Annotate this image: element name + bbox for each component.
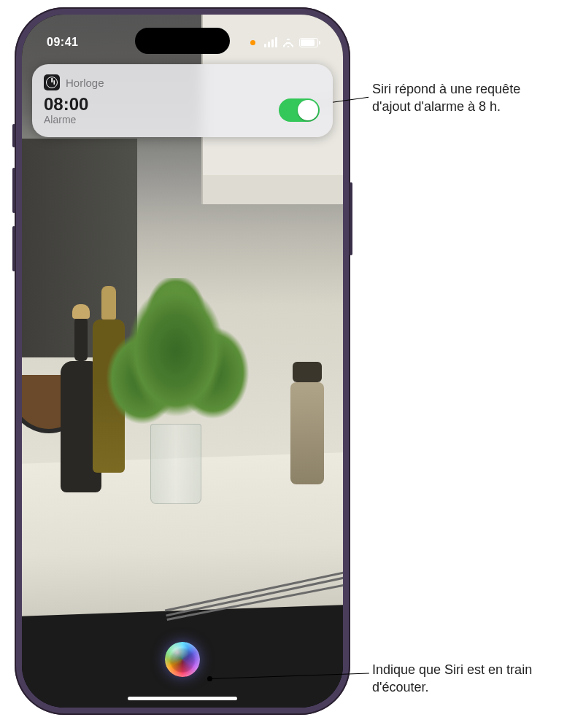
alarm-time-label: 08:00	[44, 95, 88, 114]
cellular-signal-icon	[264, 37, 277, 47]
side-button[interactable]	[350, 182, 352, 255]
mic-in-use-indicator-icon	[250, 40, 255, 45]
alarm-toggle-switch[interactable]	[279, 98, 320, 122]
iphone-device-frame: 09:41	[15, 7, 350, 715]
callout-alarm-response: Siri répond à une requête d'ajout d'alar…	[372, 80, 562, 116]
home-indicator[interactable]	[128, 697, 237, 700]
notification-app-name: Horloge	[66, 77, 104, 89]
volume-down-button[interactable]	[12, 226, 15, 271]
callout-siri-listening: Indique que Siri est en train d'écouter.	[372, 661, 562, 697]
wifi-icon	[282, 38, 295, 47]
status-time: 09:41	[47, 36, 78, 49]
clock-app-icon	[44, 74, 60, 90]
siri-listening-orb-icon[interactable]	[165, 642, 200, 677]
wallpaper-basil-plant	[92, 278, 260, 460]
volume-up-button[interactable]	[12, 168, 15, 213]
siri-alarm-notification[interactable]: Horloge 08:00 Alarme	[32, 64, 333, 137]
battery-icon	[299, 38, 318, 47]
dynamic-island[interactable]	[135, 28, 230, 54]
notification-header: Horloge	[44, 74, 320, 90]
alarm-subtitle: Alarme	[44, 114, 88, 125]
ring-silent-switch[interactable]	[12, 124, 15, 147]
phone-screen: 09:41	[22, 15, 343, 708]
wallpaper-pepper-grinder	[290, 382, 324, 484]
status-indicators	[250, 37, 318, 47]
